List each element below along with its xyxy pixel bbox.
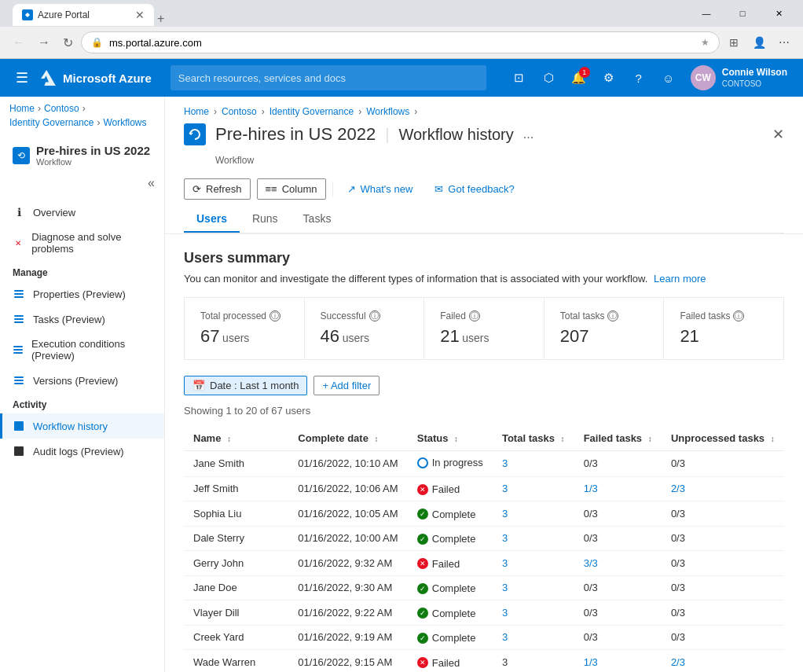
settings-icon[interactable]: ⋯ — [773, 31, 795, 53]
tab-favicon — [22, 9, 33, 20]
info-icon-failed-tasks[interactable]: ⓘ — [733, 310, 744, 321]
cell-complete-date: 01/16/2022, 9:32 AM — [288, 551, 407, 576]
minimize-button[interactable]: — — [688, 0, 724, 27]
sidebar-item-audit-logs[interactable]: Audit logs (Preview) — [0, 439, 164, 464]
breadcrumb-contoso[interactable]: Contoso — [44, 103, 79, 114]
info-icon-failed[interactable]: ⓘ — [469, 310, 480, 321]
total-tasks-link[interactable]: 3 — [502, 483, 508, 494]
notifications-icon[interactable]: 🔔 1 — [565, 64, 593, 92]
user-org: CONTOSO — [722, 79, 787, 89]
settings-icon[interactable]: ⚙ — [595, 64, 623, 92]
breadcrumb-home[interactable]: Home — [9, 103, 35, 114]
profile-icon[interactable]: 👤 — [748, 31, 770, 53]
feedback-button[interactable]: ✉ Got feedback? — [427, 179, 522, 199]
cell-unprocessed-tasks: 0/3 — [662, 551, 784, 576]
sidebar-item-properties[interactable]: Properties (Preview) — [0, 281, 164, 307]
sidebar-item-diagnose[interactable]: ✕ Diagnose and solve problems — [0, 225, 164, 261]
col-total-tasks[interactable]: Total tasks ↕ — [493, 426, 574, 451]
tab-runs[interactable]: Runs — [240, 206, 291, 233]
back-button[interactable]: ← — [8, 32, 30, 53]
tab-close-button[interactable]: ✕ — [135, 9, 145, 21]
date-filter-tag[interactable]: 📅 Date : Last 1 month — [184, 376, 307, 395]
user-profile[interactable]: CW Connie Wilson CONTOSO — [684, 62, 794, 94]
failed-tasks-link[interactable]: 3/3 — [584, 557, 598, 569]
close-button[interactable]: ✕ — [761, 0, 797, 27]
total-tasks-link[interactable]: 3 — [502, 457, 508, 469]
user-info: Connie Wilson CONTOSO — [722, 67, 787, 90]
card-failed: Failed ⓘ 21 users — [424, 298, 544, 359]
page-close-button[interactable]: ✕ — [772, 126, 784, 143]
tab-users[interactable]: Users — [184, 206, 240, 233]
table-row: Jeff Smith 01/16/2022, 10:06 AM ✕ Failed… — [184, 476, 784, 501]
col-complete-date[interactable]: Complete date ↕ — [288, 426, 407, 451]
browser-toolbar-icons: ⊞ 👤 ⋯ — [723, 31, 795, 53]
topbar-search — [170, 65, 486, 90]
cloud-shell-icon[interactable]: ⊡ — [505, 64, 534, 92]
col-unprocessed-tasks[interactable]: Unprocessed tasks ↕ — [662, 426, 784, 451]
versions-icon — [13, 374, 25, 387]
cell-failed-tasks: 0/3 — [574, 451, 662, 477]
extensions-icon[interactable]: ⊞ — [723, 31, 745, 53]
learn-more-link[interactable]: Learn more — [654, 273, 706, 285]
failed-tasks-link[interactable]: 1/3 — [584, 656, 598, 668]
unprocessed-tasks-link[interactable]: 2/3 — [671, 656, 685, 668]
cell-total-tasks: 3 — [493, 600, 574, 626]
refresh-button[interactable]: ↻ — [58, 32, 78, 53]
date-filter-label: Date : Last 1 month — [210, 380, 299, 391]
table-header: Name ↕ Complete date ↕ Status ↕ Total ta… — [184, 426, 784, 451]
column-button[interactable]: ≡≡ Column — [257, 178, 326, 200]
info-icon-total-processed[interactable]: ⓘ — [270, 310, 280, 321]
total-tasks-link[interactable]: 3 — [502, 582, 508, 593]
sidebar-item-versions[interactable]: Versions (Preview) — [0, 368, 164, 393]
total-tasks-link[interactable]: 3 — [502, 631, 508, 643]
card-value-failed: 21 users — [440, 326, 528, 347]
info-icon-successful[interactable]: ⓘ — [369, 310, 380, 321]
new-tab-button[interactable]: + — [157, 12, 164, 26]
directory-icon[interactable]: ⬡ — [535, 64, 563, 92]
sidebar-item-execution[interactable]: Execution conditions (Preview) — [0, 332, 164, 368]
maximize-button[interactable]: □ — [724, 0, 761, 27]
add-filter-button[interactable]: + Add filter — [314, 376, 380, 395]
col-status[interactable]: Status ↕ — [408, 426, 493, 451]
col-name[interactable]: Name ↕ — [184, 426, 288, 451]
hamburger-menu[interactable]: ☰ — [9, 66, 35, 90]
filter-calendar-icon: 📅 — [192, 380, 205, 391]
card-failed-tasks: Failed tasks ⓘ 21 — [664, 298, 783, 359]
svg-rect-5 — [14, 321, 24, 323]
feedback-icon[interactable]: ☺ — [654, 64, 683, 92]
forward-button[interactable]: → — [33, 32, 55, 53]
cell-status: ✓ Complete — [408, 526, 493, 551]
sidebar-item-workflow-history[interactable]: Workflow history — [0, 413, 164, 439]
sidebar-collapse-button[interactable]: « — [0, 173, 164, 193]
refresh-button[interactable]: ⟳ Refresh — [184, 178, 251, 200]
help-icon[interactable]: ? — [625, 64, 653, 92]
topbar-search-input[interactable] — [170, 65, 486, 90]
breadcrumb-workflows[interactable]: Workflows — [103, 117, 146, 128]
breadcrumb-contoso-link[interactable]: Contoso — [222, 106, 257, 117]
cell-status: ✕ Failed — [408, 650, 493, 673]
breadcrumb-identity[interactable]: Identity Governance — [9, 117, 94, 128]
tab-tasks[interactable]: Tasks — [291, 206, 344, 233]
whatsnew-button[interactable]: ↗ What's new — [339, 179, 421, 199]
info-icon-total-tasks[interactable]: ⓘ — [607, 310, 618, 321]
total-tasks-link[interactable]: 3 — [502, 508, 508, 520]
browser-tab-active[interactable]: Azure Portal ✕ — [13, 4, 154, 26]
total-tasks-link[interactable]: 3 — [502, 557, 508, 569]
failed-tasks-link[interactable]: 1/3 — [584, 483, 598, 494]
col-failed-tasks[interactable]: Failed tasks ↕ — [574, 426, 662, 451]
svg-rect-8 — [13, 352, 23, 354]
total-tasks-link[interactable]: 3 — [502, 532, 508, 544]
breadcrumb-workflows-link[interactable]: Workflows — [366, 106, 409, 117]
breadcrumb-home-link[interactable]: Home — [184, 106, 209, 117]
sidebar-item-tasks[interactable]: Tasks (Preview) — [0, 307, 164, 332]
status-icon-complete: ✓ — [417, 608, 428, 619]
address-bar[interactable]: 🔒 ★ — [81, 31, 720, 53]
breadcrumb-identity-link[interactable]: Identity Governance — [270, 106, 354, 117]
address-input[interactable] — [109, 37, 695, 49]
unprocessed-tasks-link[interactable]: 2/3 — [671, 483, 685, 494]
card-total-tasks: Total tasks ⓘ 207 — [544, 298, 665, 359]
total-tasks-link[interactable]: 3 — [502, 607, 508, 619]
page-more-button[interactable]: ... — [523, 127, 534, 141]
cell-complete-date: 01/16/2022, 10:05 AM — [288, 501, 407, 527]
sidebar-item-overview[interactable]: ℹ Overview — [0, 200, 164, 225]
